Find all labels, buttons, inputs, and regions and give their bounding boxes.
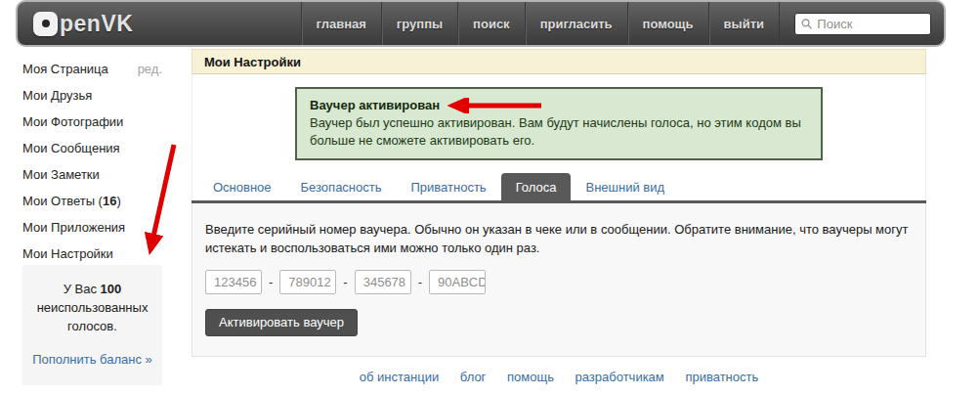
alert-title-row: Ваучер активирован	[310, 97, 808, 114]
voucher-separator: -	[418, 275, 422, 289]
nav-home[interactable]: главная	[301, 2, 381, 45]
voucher-code-part-4[interactable]	[429, 270, 486, 294]
nav-search[interactable]: поиск	[457, 2, 525, 45]
sidebar-item-answers[interactable]: Мои Ответы (16)	[22, 194, 162, 210]
search-icon	[801, 18, 812, 30]
nav-logout[interactable]: выйти	[708, 2, 780, 45]
votes-count: 100	[101, 282, 122, 296]
tab-privacy[interactable]: Приватность	[397, 173, 501, 200]
header-nav: главная группы поиск пригласить помощь в…	[301, 2, 780, 45]
top-header: penVK главная группы поиск пригласить по…	[16, 0, 946, 47]
sidebar: Моя Страница ред. Мои Друзья Мои Фотогра…	[22, 62, 162, 273]
voucher-activated-alert: Ваучер активирован Ваучер был успешно ак…	[295, 87, 823, 160]
votes-text-prefix: У Вас	[64, 282, 101, 296]
voucher-code-row: - - -	[205, 270, 913, 294]
openvk-logo[interactable]: penVK	[33, 11, 133, 37]
annotation-arrow-to-alert	[447, 98, 545, 113]
votes-balance-box: У Вас 100 неиспользованных голосов. Попо…	[22, 265, 162, 385]
nav-help[interactable]: помощь	[627, 2, 708, 45]
answers-count: 16	[103, 194, 116, 208]
openvk-logo-icon	[33, 12, 58, 36]
voucher-code-part-1[interactable]	[205, 270, 262, 294]
answers-label-suffix: )	[116, 194, 120, 208]
settings-panel: Мои Настройки Ваучер активирован Ваучер …	[192, 49, 926, 357]
nav-invite[interactable]: пригласить	[525, 2, 627, 45]
footer-link-developers[interactable]: разработчикам	[575, 370, 664, 384]
sidebar-item-my-page[interactable]: Моя Страница ред.	[22, 62, 162, 78]
sidebar-item-photos[interactable]: Мои Фотографии	[22, 114, 162, 131]
logo-text: penVK	[60, 11, 133, 37]
nav-groups[interactable]: группы	[381, 2, 457, 45]
voucher-code-part-3[interactable]	[355, 270, 411, 294]
search-input[interactable]	[817, 17, 924, 31]
tab-general[interactable]: Основное	[198, 173, 286, 200]
voucher-separator: -	[343, 275, 347, 289]
answers-label-prefix: Мои Ответы (	[22, 194, 103, 208]
votes-text-suffix: неиспользованных голосов.	[37, 300, 149, 333]
sidebar-item-messages[interactable]: Мои Сообщения	[22, 141, 162, 157]
voucher-form-section: Введите серийный номер ваучера. Обычно о…	[192, 203, 926, 357]
sidebar-item-notes[interactable]: Мои Заметки	[22, 167, 162, 184]
settings-panel-upper: Ваучер активирован Ваучер был успешно ак…	[192, 74, 926, 200]
alert-body: Ваучер был успешно активирован. Вам буду…	[310, 114, 808, 150]
activate-voucher-button[interactable]: Активировать ваучер	[205, 309, 358, 336]
sidebar-item-label[interactable]: Моя Страница	[22, 62, 108, 78]
footer-link-help[interactable]: помощь	[507, 370, 554, 384]
voucher-instructions: Введите серийный номер ваучера. Обычно о…	[205, 220, 913, 257]
alert-title: Ваучер активирован	[310, 97, 440, 114]
sidebar-item-settings[interactable]: Мои Настройки	[22, 246, 162, 263]
settings-tabs: Основное Безопасность Приватность Голоса…	[198, 173, 925, 200]
voucher-separator: -	[269, 275, 273, 289]
tab-votes[interactable]: Голоса	[501, 173, 572, 200]
edit-page-link[interactable]: ред.	[138, 62, 162, 78]
page-title: Мои Настройки	[192, 49, 926, 74]
footer-link-about-instance[interactable]: об инстанции	[360, 370, 439, 384]
voucher-code-part-2[interactable]	[279, 270, 336, 294]
sidebar-item-apps[interactable]: Мои Приложения	[22, 220, 162, 237]
tab-security[interactable]: Безопасность	[286, 173, 397, 200]
tab-appearance[interactable]: Внешний вид	[571, 173, 679, 200]
footer: об инстанции блог помощь разработчикам п…	[192, 370, 926, 384]
sidebar-item-friends[interactable]: Мои Друзья	[22, 88, 162, 105]
footer-link-privacy[interactable]: приватность	[685, 370, 758, 384]
header-search-box[interactable]	[794, 13, 931, 35]
footer-link-blog[interactable]: блог	[460, 370, 487, 384]
votes-balance-text: У Вас 100 неиспользованных голосов.	[28, 280, 156, 335]
top-up-balance-link[interactable]: Пополнить баланс »	[28, 350, 156, 369]
